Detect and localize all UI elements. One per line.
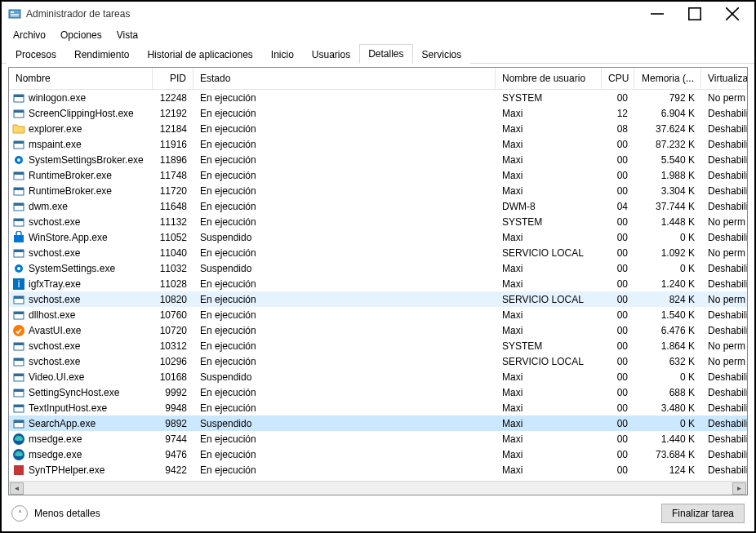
header-memory[interactable]: Memoria (...	[634, 68, 701, 89]
process-name: svchost.exe	[29, 356, 80, 367]
tab-servicios[interactable]: Servicios	[413, 45, 471, 64]
process-cpu: 00	[602, 418, 634, 429]
table-row[interactable]: iigfxTray.exe11028En ejecuciónMaxi001.24…	[9, 276, 747, 291]
process-virtualization: Deshabili	[701, 464, 747, 476]
process-virtualization: No perm	[701, 294, 747, 305]
process-virtualization: Deshabili	[701, 170, 747, 181]
process-name: SynTPHelper.exe	[29, 464, 105, 476]
process-user: Maxi	[496, 433, 602, 445]
process-cpu: 00	[602, 433, 634, 445]
tab-detalles[interactable]: Detalles	[359, 44, 412, 64]
process-user: Maxi	[496, 232, 602, 243]
maximize-button[interactable]	[676, 2, 714, 26]
process-name: SystemSettings.exe	[29, 263, 115, 274]
process-pid: 9992	[153, 387, 193, 398]
minimize-button[interactable]	[638, 2, 676, 26]
process-status: En ejecución	[193, 139, 496, 150]
process-cpu: 00	[602, 340, 634, 352]
header-virtualization[interactable]: Virtualiza^	[701, 68, 747, 89]
process-user: Maxi	[496, 108, 602, 119]
table-row[interactable]: SystemSettingsBroker.exe11896En ejecució…	[9, 152, 747, 167]
process-user: SERVICIO LOCAL	[496, 356, 602, 367]
header-pid[interactable]: PID	[153, 68, 193, 89]
svg-rect-43	[14, 389, 24, 392]
header-user[interactable]: Nombre de usuario	[496, 68, 602, 89]
end-task-button[interactable]: Finalizar tarea	[661, 504, 745, 523]
process-virtualization: Deshabili	[701, 232, 747, 243]
header-cpu[interactable]: CPU	[602, 68, 634, 89]
process-icon	[12, 448, 25, 461]
table-row[interactable]: svchost.exe10296En ejecuciónSERVICIO LOC…	[9, 353, 747, 369]
table-row[interactable]: svchost.exe11132En ejecuciónSYSTEM001.44…	[9, 214, 747, 229]
svg-rect-21	[14, 203, 24, 206]
table-row[interactable]: RuntimeBroker.exe11720En ejecuciónMaxi00…	[9, 183, 747, 198]
svg-rect-9	[14, 95, 24, 97]
process-virtualization: No perm	[701, 247, 747, 259]
process-status: Suspendido	[193, 263, 496, 274]
process-virtualization: Deshabili	[701, 154, 747, 166]
process-pid: 12192	[153, 108, 193, 119]
table-row[interactable]: mspaint.exe11916En ejecuciónMaxi0087.232…	[9, 136, 747, 152]
process-name: winlogon.exe	[29, 92, 86, 104]
menu-vista[interactable]: Vista	[110, 28, 145, 42]
scroll-right-button[interactable]: ►	[732, 482, 746, 495]
tab-historial-de-aplicaciones[interactable]: Historial de aplicaciones	[138, 45, 261, 64]
horizontal-scrollbar[interactable]: ◄ ►	[9, 481, 747, 495]
process-pid: 10760	[153, 309, 193, 321]
table-row[interactable]: svchost.exe10312En ejecuciónSYSTEM001.86…	[9, 338, 747, 353]
process-user: SYSTEM	[496, 340, 602, 352]
process-cpu: 00	[602, 402, 634, 414]
tab-usuarios[interactable]: Usuarios	[303, 45, 359, 64]
table-row[interactable]: explorer.exe12184En ejecuciónMaxi0837.62…	[9, 121, 747, 136]
process-pid: 10296	[153, 356, 193, 367]
process-user: Maxi	[496, 402, 602, 414]
process-pid: 10168	[153, 371, 193, 383]
table-row[interactable]: msedge.exe9744En ejecuciónMaxi001.440 KD…	[9, 431, 747, 446]
process-virtualization: Deshabili	[701, 108, 747, 119]
process-virtualization: Deshabili	[701, 325, 747, 336]
process-name: WinStore.App.exe	[29, 232, 108, 243]
process-status: En ejecución	[193, 402, 496, 414]
process-status: En ejecución	[193, 154, 496, 166]
process-user: Maxi	[496, 123, 602, 135]
table-row[interactable]: dwm.exe11648En ejecuciónDWM-80437.744 KD…	[9, 198, 747, 214]
process-pid: 11648	[153, 201, 193, 212]
menu-opciones[interactable]: Opciones	[54, 28, 109, 42]
header-name[interactable]: Nombre	[9, 68, 153, 89]
process-icon	[12, 153, 25, 167]
table-row[interactable]: dllhost.exe10760En ejecuciónMaxi001.540 …	[9, 307, 747, 322]
svg-rect-24	[14, 235, 24, 242]
header-status[interactable]: Estado	[193, 68, 496, 89]
table-row[interactable]: SynTPHelper.exe9422En ejecuciónMaxi00124…	[9, 462, 747, 477]
scroll-left-button[interactable]: ◄	[10, 482, 24, 495]
process-rows[interactable]: winlogon.exe12248En ejecuciónSYSTEM00792…	[9, 90, 747, 481]
process-icon	[12, 386, 25, 399]
process-pid: 9422	[153, 464, 193, 476]
process-pid: 11040	[153, 247, 193, 259]
close-button[interactable]	[714, 2, 751, 26]
table-row[interactable]: SearchApp.exe9892SuspendidoMaxi000 KDesh…	[9, 415, 747, 431]
table-row[interactable]: ScreenClippingHost.exe12192En ejecuciónM…	[9, 105, 747, 121]
fewer-details-button[interactable]: ˄ Menos detalles	[11, 505, 100, 522]
table-row[interactable]: svchost.exe10820En ejecuciónSERVICIO LOC…	[9, 291, 747, 307]
table-row[interactable]: svchost.exe11040En ejecuciónSERVICIO LOC…	[9, 245, 747, 260]
table-row[interactable]: AvastUI.exe10720En ejecuciónMaxi006.476 …	[9, 322, 747, 338]
table-row[interactable]: msedge.exe9476En ejecuciónMaxi0073.684 K…	[9, 446, 747, 462]
table-row[interactable]: WinStore.App.exe11052SuspendidoMaxi000 K…	[9, 229, 747, 245]
process-virtualization: Deshabili	[701, 371, 747, 383]
process-icon	[12, 293, 25, 306]
tab-procesos[interactable]: Procesos	[7, 45, 65, 64]
table-row[interactable]: SystemSettings.exe11032SuspendidoMaxi000…	[9, 260, 747, 276]
table-row[interactable]: Video.UI.exe10168SuspendidoMaxi000 KDesh…	[9, 369, 747, 384]
process-icon	[12, 169, 25, 182]
process-status: En ejecución	[193, 92, 496, 104]
tab-inicio[interactable]: Inicio	[262, 45, 303, 64]
process-pid: 11028	[153, 278, 193, 290]
tab-rendimiento[interactable]: Rendimiento	[65, 45, 138, 64]
table-row[interactable]: winlogon.exe12248En ejecuciónSYSTEM00792…	[9, 90, 747, 105]
table-row[interactable]: TextInputHost.exe9948En ejecuciónMaxi003…	[9, 400, 747, 415]
process-status: En ejecución	[193, 278, 496, 290]
menu-archivo[interactable]: Archivo	[7, 28, 52, 42]
table-row[interactable]: RuntimeBroker.exe11748En ejecuciónMaxi00…	[9, 167, 747, 183]
table-row[interactable]: SettingSyncHost.exe9992En ejecuciónMaxi0…	[9, 384, 747, 400]
